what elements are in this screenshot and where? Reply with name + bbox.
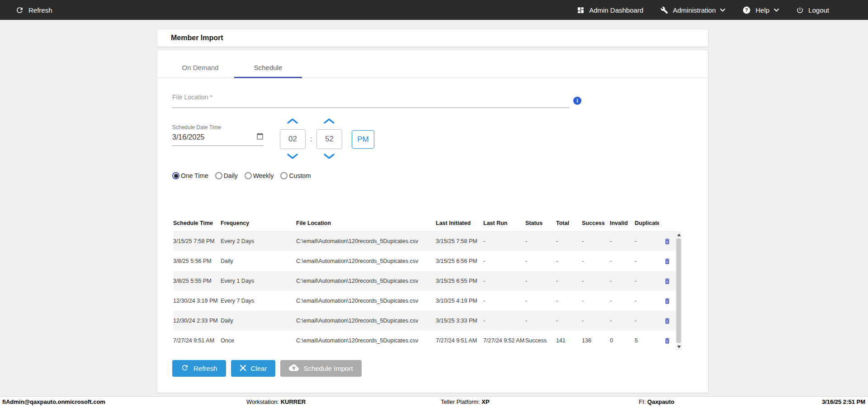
administration-label: Administration bbox=[673, 6, 716, 14]
logout-button[interactable]: Logout bbox=[796, 6, 829, 14]
column-header-invalid: Invalid bbox=[610, 220, 635, 226]
radio-daily[interactable]: Daily bbox=[215, 172, 238, 179]
cell-actions bbox=[659, 317, 675, 325]
help-label: Help bbox=[755, 6, 769, 14]
tab-on-demand[interactable]: On Demand bbox=[166, 50, 234, 78]
cell-total: - bbox=[556, 258, 582, 264]
cell-status: - bbox=[525, 238, 556, 244]
table-row: 3/8/25 5:55 PMEvery 1 DaysC:\email\Autom… bbox=[173, 271, 675, 291]
cell-status: - bbox=[525, 278, 556, 284]
administration-menu[interactable]: Administration bbox=[660, 6, 725, 14]
cell-invalid: - bbox=[610, 318, 635, 324]
cell-file_location: C:\email\Automation\120records_5Dupicate… bbox=[296, 318, 436, 324]
radio-custom[interactable]: Custom bbox=[280, 172, 311, 179]
hour-decrement-button[interactable] bbox=[287, 153, 298, 159]
topbar: Refresh Admin Dashboard Administration ?… bbox=[0, 0, 868, 20]
schedule-table: Schedule TimeFrequencyFile LocationLast … bbox=[173, 215, 675, 351]
clear-button[interactable]: Clear bbox=[231, 360, 276, 377]
table-row: 3/15/25 7:58 PMEvery 2 DaysC:\email\Auto… bbox=[173, 231, 675, 251]
refresh-button[interactable]: Refresh bbox=[172, 360, 226, 377]
table-scrollbar[interactable] bbox=[675, 231, 682, 351]
cell-frequency: Every 7 Days bbox=[221, 298, 296, 304]
active-tab-underline bbox=[234, 77, 302, 78]
cell-last_initiated: 3/15/25 6:56 PM bbox=[436, 258, 483, 264]
cell-status: - bbox=[525, 318, 556, 324]
column-header-total: Total bbox=[556, 220, 582, 226]
cell-last_run: - bbox=[483, 318, 525, 324]
scrollbar-thumb[interactable] bbox=[676, 239, 681, 343]
delete-row-button[interactable] bbox=[664, 297, 671, 305]
cell-file_location: C:\email\Automation\120records_5Dupicate… bbox=[296, 298, 436, 304]
page-title: Member Import bbox=[171, 34, 223, 42]
cell-invalid: - bbox=[610, 278, 635, 284]
radio-one-time[interactable]: One Time bbox=[172, 172, 208, 179]
cell-duplicate: 5 bbox=[635, 337, 659, 344]
status-footer: fiAdmin@qaxpauto.onmicrosoft.com Worksta… bbox=[0, 396, 868, 407]
admin-dashboard-label: Admin Dashboard bbox=[589, 6, 643, 14]
hour-input[interactable]: 02 bbox=[280, 129, 306, 149]
column-header-schedule_time: Schedule Time bbox=[173, 220, 221, 226]
cell-actions bbox=[659, 297, 675, 305]
cell-success: - bbox=[582, 318, 610, 324]
tab-schedule[interactable]: Schedule bbox=[234, 50, 302, 78]
delete-row-button[interactable] bbox=[664, 277, 671, 285]
dashboard-icon bbox=[577, 6, 585, 14]
cell-last_run: - bbox=[483, 278, 525, 284]
cloud-upload-icon bbox=[289, 363, 299, 374]
cell-schedule_time: 3/8/25 5:55 PM bbox=[173, 278, 221, 284]
cell-invalid: - bbox=[610, 238, 635, 244]
file-location-input[interactable]: File Location * bbox=[172, 94, 569, 108]
admin-dashboard-link[interactable]: Admin Dashboard bbox=[577, 6, 643, 14]
radio-label: Custom bbox=[289, 172, 311, 179]
delete-row-button[interactable] bbox=[664, 257, 671, 265]
topbar-refresh-button[interactable]: Refresh bbox=[15, 6, 52, 14]
meridiem-toggle-button[interactable]: PM bbox=[352, 130, 374, 149]
scrollbar-up-arrow[interactable] bbox=[676, 232, 682, 238]
cell-total: - bbox=[556, 238, 582, 244]
cell-last_initiated: 3/15/25 6:55 PM bbox=[436, 278, 483, 284]
minute-input[interactable]: 52 bbox=[316, 129, 342, 149]
chevron-down-icon bbox=[774, 9, 779, 12]
radio-label: One Time bbox=[181, 172, 208, 179]
column-header-file_location: File Location bbox=[296, 220, 436, 226]
info-icon[interactable]: i bbox=[573, 97, 581, 105]
cell-schedule_time: 3/8/25 5:56 PM bbox=[173, 258, 221, 264]
help-icon: ? bbox=[742, 6, 751, 14]
delete-row-button[interactable] bbox=[664, 337, 671, 345]
cell-invalid: 0 bbox=[610, 337, 635, 344]
refresh-icon bbox=[181, 364, 189, 373]
cell-frequency: Once bbox=[221, 337, 296, 344]
minute-decrement-button[interactable] bbox=[323, 153, 335, 159]
delete-row-button[interactable] bbox=[664, 238, 671, 245]
column-header-last_run: Last Run bbox=[483, 220, 525, 226]
date-input[interactable]: 3/16/2025 bbox=[172, 132, 264, 146]
column-header-duplicate: Duplicate bbox=[635, 220, 659, 226]
scrollbar-down-arrow[interactable] bbox=[676, 344, 682, 350]
table-row: 12/30/24 3:19 PMEvery 7 DaysC:\email\Aut… bbox=[173, 291, 675, 311]
x-icon bbox=[240, 365, 246, 373]
footer-user-email: fiAdmin@qaxpauto.onmicrosoft.com bbox=[2, 398, 105, 405]
table-header-row: Schedule TimeFrequencyFile LocationLast … bbox=[173, 215, 675, 231]
cell-actions bbox=[659, 337, 675, 345]
cell-file_location: C:\email\Automation\120records_5Dupicate… bbox=[296, 238, 436, 244]
schedule-import-button[interactable]: Schedule Import bbox=[280, 360, 361, 377]
cell-success: - bbox=[582, 258, 610, 264]
cell-frequency: Every 2 Days bbox=[221, 238, 296, 244]
wrench-icon bbox=[660, 6, 668, 14]
radio-circle-icon bbox=[245, 172, 252, 179]
footer-datetime: 3/16/25 2:51 PM bbox=[822, 398, 865, 405]
radio-weekly[interactable]: Weekly bbox=[245, 172, 274, 179]
cell-schedule_time: 12/30/24 3:19 PM bbox=[173, 298, 221, 304]
minute-increment-button[interactable] bbox=[323, 118, 335, 124]
hour-increment-button[interactable] bbox=[287, 118, 298, 124]
cell-frequency: Daily bbox=[221, 258, 296, 264]
file-location-placeholder: File Location * bbox=[172, 94, 212, 101]
schedule-date-time-label: Schedule Date Time bbox=[172, 124, 221, 131]
cell-schedule_time: 3/15/25 7:58 PM bbox=[173, 238, 221, 244]
delete-row-button[interactable] bbox=[664, 317, 671, 325]
calendar-icon[interactable] bbox=[256, 132, 264, 142]
cell-actions bbox=[659, 277, 675, 285]
table-row: 12/30/24 2:33 PMDailyC:\email\Automation… bbox=[173, 311, 675, 331]
help-menu[interactable]: ? Help bbox=[742, 6, 779, 14]
table-row: 3/8/25 5:56 PMDailyC:\email\Automation\1… bbox=[173, 251, 675, 271]
